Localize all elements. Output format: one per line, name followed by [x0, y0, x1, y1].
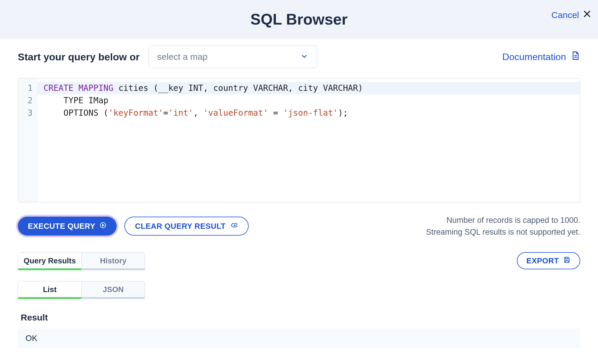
- gutter-line: 3: [18, 107, 37, 119]
- export-button[interactable]: EXPORT: [517, 252, 580, 269]
- map-select-dropdown[interactable]: select a map: [149, 46, 317, 68]
- export-label: EXPORT: [526, 256, 559, 265]
- result-value: OK: [25, 334, 37, 343]
- cancel-label: Cancel: [552, 10, 579, 20]
- cancel-button[interactable]: Cancel: [552, 9, 592, 21]
- backspace-icon: [230, 222, 238, 231]
- clear-query-result-button[interactable]: CLEAR QUERY RESULT: [124, 217, 249, 236]
- sql-editor[interactable]: 1 2 3 CREATE MAPPING cities (__key INT, …: [18, 78, 580, 202]
- records-cap-note: Number of records is capped to 1000. Str…: [426, 214, 580, 238]
- clear-query-result-label: CLEAR QUERY RESULT: [135, 222, 226, 231]
- tab-history[interactable]: History: [81, 253, 145, 269]
- chevron-down-icon: [300, 52, 309, 62]
- document-icon: [570, 51, 580, 63]
- editor-code: CREATE MAPPING cities (__key INT, countr…: [38, 78, 580, 202]
- execute-query-label: EXECUTE QUERY: [28, 222, 95, 231]
- tab-query-results[interactable]: Query Results: [18, 253, 81, 269]
- gutter-line: 1: [18, 82, 37, 94]
- play-icon: [99, 222, 107, 231]
- documentation-label: Documentation: [502, 51, 566, 62]
- map-select-placeholder: select a map: [157, 52, 208, 62]
- result-header: Result: [18, 313, 580, 323]
- result-value-row: OK: [18, 328, 580, 348]
- modal-header: SQL Browser Cancel: [0, 0, 598, 38]
- tab-json[interactable]: JSON: [81, 281, 145, 297]
- sql-browser-modal: SQL Browser Cancel Start your query belo…: [0, 0, 598, 348]
- tab-list[interactable]: List: [18, 281, 81, 297]
- save-icon: [563, 256, 571, 266]
- documentation-link[interactable]: Documentation: [502, 51, 580, 63]
- list-json-segment: List JSON: [18, 281, 145, 298]
- close-icon: [582, 9, 592, 21]
- execute-query-button[interactable]: EXECUTE QUERY: [18, 217, 117, 236]
- results-history-segment: Query Results History: [18, 252, 145, 269]
- svg-point-0: [100, 223, 106, 228]
- gutter-line: 2: [18, 94, 37, 107]
- editor-gutter: 1 2 3: [18, 78, 38, 202]
- modal-title: SQL Browser: [250, 10, 348, 28]
- start-query-label: Start your query below or: [18, 51, 140, 63]
